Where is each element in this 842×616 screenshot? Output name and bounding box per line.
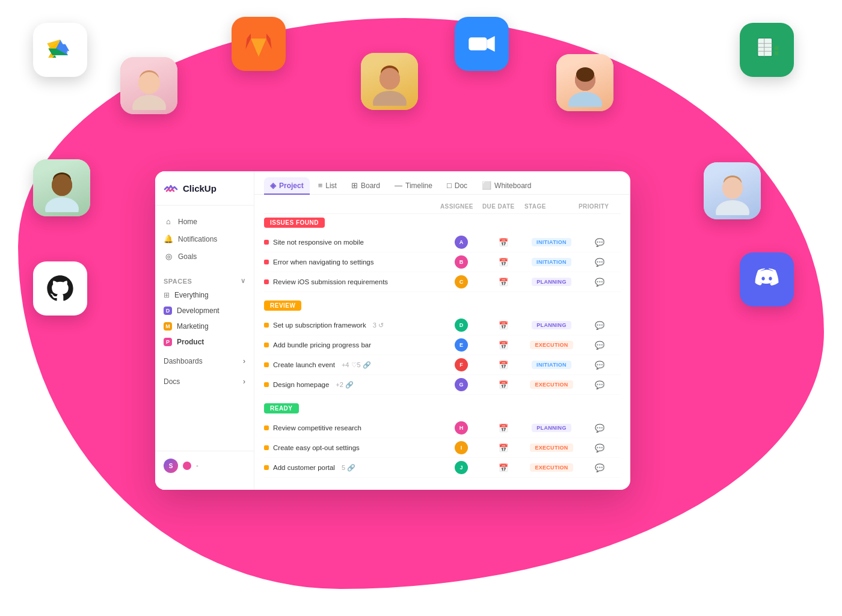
docs-label: Docs — [164, 377, 180, 386]
sidebar: ClickUp ⌂ Home 🔔 Notifications ◎ Goals S… — [155, 171, 254, 490]
avatar-1 — [120, 57, 177, 114]
task-dot — [264, 425, 269, 430]
task-row[interactable]: Design homepage +2 🔗 G 📅 EXECUTION 💬 — [264, 375, 621, 395]
due-date-cell: 📅 — [482, 341, 524, 350]
assignee-avatar: F — [455, 358, 468, 371]
task-name-cell: Set up subscription framework 3 ↺ — [264, 322, 440, 329]
priority-cell: 💬 — [579, 444, 621, 453]
user-initials: S — [169, 463, 173, 469]
stage-badge: INITIATION — [532, 258, 571, 266]
due-date-cell: 📅 — [482, 238, 524, 247]
task-dot — [264, 445, 269, 450]
nav-goals-label: Goals — [178, 252, 197, 261]
stage-badge: EXECUTION — [530, 341, 573, 349]
nav-goals[interactable]: ◎ Goals — [155, 248, 254, 265]
assignee-cell: E — [440, 338, 482, 352]
stage-cell: EXECUTION — [524, 444, 579, 452]
space-everything[interactable]: ⊞ Everything — [155, 287, 254, 303]
zoom-icon — [455, 17, 509, 71]
dev-dot: D — [164, 306, 172, 315]
task-name-cell: Design homepage +2 🔗 — [264, 381, 440, 389]
tab-project[interactable]: ◈ Project — [264, 177, 310, 195]
due-date-cell: 📅 — [482, 278, 524, 287]
task-name: Add bundle pricing progress bar — [273, 341, 371, 349]
spaces-section-header: Spaces ∨ — [155, 272, 254, 287]
avatar-2 — [361, 53, 418, 110]
assignee-avatar: E — [455, 338, 468, 352]
priority-cell: 💬 — [579, 341, 621, 350]
nav-notifications[interactable]: 🔔 Notifications — [155, 230, 254, 248]
priority-cell: 💬 — [579, 278, 621, 287]
spaces-expand-icon[interactable]: ∨ — [241, 277, 246, 285]
due-date-cell: 📅 — [482, 424, 524, 433]
space-product[interactable]: P Product — [155, 334, 254, 350]
goals-icon: ◎ — [164, 252, 173, 261]
svg-point-24 — [380, 68, 400, 90]
svg-point-35 — [45, 197, 79, 212]
svg-point-32 — [722, 177, 743, 199]
task-name: Review competitive research — [273, 424, 361, 432]
stage-badge: PLANNING — [532, 424, 571, 432]
docs-section[interactable]: Docs › — [155, 373, 254, 391]
bell-icon: 🔔 — [164, 234, 173, 243]
stage-badge: INITIATION — [532, 361, 571, 369]
priority-cell: 💬 — [579, 380, 621, 389]
tab-board[interactable]: ⊞ Board — [345, 177, 386, 195]
task-name: Design homepage — [273, 381, 329, 388]
dashboards-label: Dashboards — [164, 357, 203, 365]
task-dot — [264, 323, 269, 328]
due-date-cell: 📅 — [482, 361, 524, 370]
task-dot — [264, 465, 269, 470]
user-avatar-2 — [182, 460, 192, 471]
task-name: Add customer portal — [273, 464, 335, 471]
priority-cell: 💬 — [579, 361, 621, 370]
tab-project-label: Project — [279, 181, 304, 190]
tab-timeline[interactable]: — Timeline — [389, 177, 438, 195]
assignee-cell: G — [440, 378, 482, 391]
doc-tab-icon: □ — [447, 181, 452, 190]
col-task — [264, 203, 440, 210]
stage-badge: INITIATION — [532, 238, 571, 246]
stage-badge: EXECUTION — [530, 380, 573, 389]
board-tab-icon: ⊞ — [351, 181, 358, 190]
space-marketing[interactable]: M Marketing — [155, 319, 254, 334]
task-row[interactable]: Add customer portal 5 🔗 J 📅 EXECUTION 💬 — [264, 458, 621, 478]
task-name-cell: Site not responsive on mobile — [264, 239, 440, 246]
svg-point-23 — [373, 91, 407, 106]
list-tab-icon: ≡ — [318, 181, 323, 190]
task-row[interactable]: Add bundle pricing progress bar E 📅 EXEC… — [264, 335, 621, 355]
assignee-cell: B — [440, 255, 482, 269]
stage-cell: EXECUTION — [524, 380, 579, 389]
nav-home[interactable]: ⌂ Home — [155, 213, 254, 230]
svg-point-26 — [568, 92, 602, 107]
task-row[interactable]: Review competitive research H 📅 PLANNING… — [264, 418, 621, 438]
space-development[interactable]: D Development — [155, 303, 254, 319]
assignee-cell: F — [440, 358, 482, 371]
tab-board-label: Board — [361, 181, 380, 190]
tab-whiteboard[interactable]: ⬜ Whiteboard — [476, 177, 537, 195]
tab-doc[interactable]: □ Doc — [441, 177, 473, 195]
task-row[interactable]: Error when navigating to settings B 📅 IN… — [264, 252, 621, 272]
task-name-cell: Error when navigating to settings — [264, 258, 440, 266]
task-row[interactable]: Set up subscription framework 3 ↺ D 📅 PL… — [264, 316, 621, 335]
user-area: S • — [155, 451, 254, 480]
due-date-cell: 📅 — [482, 380, 524, 389]
due-date-cell: 📅 — [482, 258, 524, 267]
svg-point-36 — [52, 174, 72, 196]
ready-badge: READY — [264, 403, 299, 413]
svg-rect-16 — [775, 51, 779, 55]
task-row[interactable]: Create easy opt-out settings I 📅 EXECUTI… — [264, 438, 621, 458]
col-priority: PRIORITY — [579, 203, 621, 210]
task-row[interactable]: Create launch event +4 ♡5 🔗 F 📅 INITIATI… — [264, 355, 621, 375]
user-more-icon: • — [196, 462, 198, 469]
dashboards-section[interactable]: Dashboards › — [155, 352, 254, 370]
task-row[interactable]: Site not responsive on mobile A 📅 INITIA… — [264, 233, 621, 252]
tab-list[interactable]: ≡ List — [312, 177, 343, 195]
due-date-cell: 📅 — [482, 321, 524, 330]
task-area[interactable]: ASSIGNEE DUE DATE STAGE PRIORITY ISSUES … — [254, 195, 630, 490]
logo-area: ClickUp — [155, 181, 254, 206]
task-name-cell: Add bundle pricing progress bar — [264, 341, 440, 349]
task-row[interactable]: Review iOS submission requirements C 📅 P… — [264, 272, 621, 292]
dashboards-expand-icon: › — [243, 357, 245, 365]
tab-whiteboard-label: Whiteboard — [494, 181, 531, 190]
